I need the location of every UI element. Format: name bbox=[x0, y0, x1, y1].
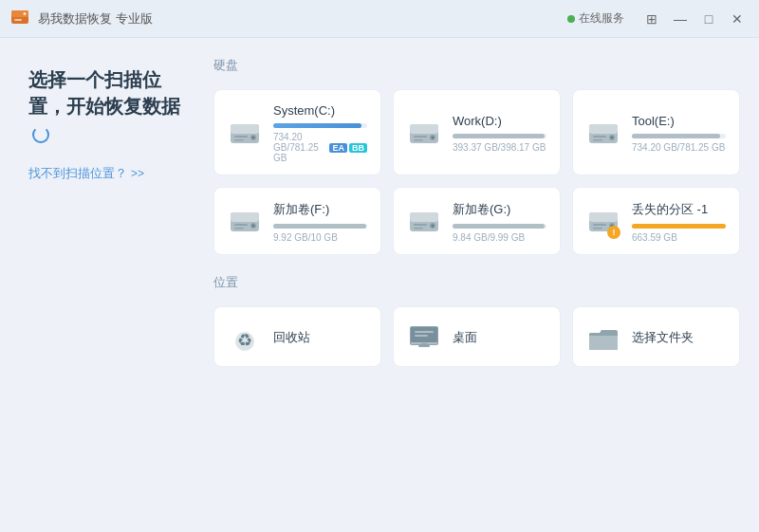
drive-name-lost: 丢失的分区 -1 bbox=[632, 201, 726, 218]
drive-info-f: 新加卷(F:) 9.92 GB/10 GB bbox=[273, 201, 367, 243]
drive-card-g[interactable]: 新加卷(G:) 9.84 GB/9.99 GB bbox=[393, 187, 561, 255]
svg-rect-32 bbox=[414, 224, 427, 226]
drive-bar-f bbox=[273, 224, 367, 229]
drive-card-e[interactable]: Tool(E:) 734.20 GB/781.25 GB bbox=[572, 89, 740, 175]
svg-rect-5 bbox=[231, 124, 259, 134]
drive-info-d: Work(D:) 393.37 GB/398.17 GB bbox=[453, 114, 546, 153]
svg-point-19 bbox=[611, 136, 614, 138]
maximize-button[interactable]: □ bbox=[696, 7, 721, 31]
svg-rect-9 bbox=[234, 139, 244, 141]
location-name-desktop: 桌面 bbox=[453, 329, 477, 346]
svg-point-31 bbox=[432, 225, 435, 228]
hdd-icon-d bbox=[407, 117, 441, 151]
right-panel: 硬盘 System(C:) bbox=[204, 38, 759, 532]
lost-warning-badge: ! bbox=[607, 226, 620, 239]
recycle-bin-icon: ♻ bbox=[228, 321, 262, 355]
svg-rect-38 bbox=[593, 224, 606, 226]
drive-bar-d bbox=[453, 134, 546, 138]
folder-icon bbox=[586, 321, 620, 355]
svg-rect-46 bbox=[415, 335, 428, 337]
drive-size-e: 734.20 GB/781.25 GB bbox=[632, 142, 726, 153]
location-name-recycle: 回收站 bbox=[273, 329, 310, 346]
grid-button[interactable]: ⊞ bbox=[639, 7, 664, 31]
drive-size-d: 393.37 GB/398.17 GB bbox=[453, 142, 546, 153]
hdd-icon-f bbox=[228, 205, 262, 239]
svg-rect-51 bbox=[589, 336, 618, 350]
drive-card-f[interactable]: 新加卷(F:) 9.92 GB/10 GB bbox=[213, 187, 381, 255]
location-card-recycle[interactable]: ♻ 回收站 bbox=[213, 306, 381, 367]
location-card-desktop[interactable]: 桌面 bbox=[393, 306, 561, 367]
svg-rect-48 bbox=[421, 343, 427, 346]
drive-bar-g bbox=[453, 224, 546, 229]
svg-rect-8 bbox=[234, 136, 248, 138]
svg-point-13 bbox=[432, 136, 435, 138]
drive-card-c[interactable]: System(C:) 734.20 GB/781.25 GB EA BB bbox=[213, 89, 381, 175]
title-bar: 易我数据恢复 专业版 在线服务 ⊞ — □ ✕ bbox=[0, 0, 759, 38]
desktop-icon bbox=[407, 321, 441, 355]
svg-rect-29 bbox=[410, 212, 438, 222]
svg-rect-11 bbox=[410, 124, 438, 134]
svg-rect-33 bbox=[414, 228, 423, 229]
svg-rect-15 bbox=[414, 139, 423, 141]
online-service-area: 在线服务 bbox=[567, 10, 624, 27]
drive-size-f: 9.92 GB/10 GB bbox=[273, 232, 367, 243]
left-panel: 选择一个扫描位置，开始恢复数据 找不到扫描位置？ >> bbox=[0, 38, 204, 532]
svg-rect-23 bbox=[231, 212, 259, 222]
online-service-label: 在线服务 bbox=[579, 10, 624, 27]
drive-info-e: Tool(E:) 734.20 GB/781.25 GB bbox=[632, 114, 726, 153]
drive-bar-c bbox=[273, 123, 367, 128]
find-location-link[interactable]: 找不到扫描位置？ >> bbox=[28, 165, 185, 182]
drive-card-d[interactable]: Work(D:) 393.37 GB/398.17 GB bbox=[393, 89, 561, 175]
disk-section-label: 硬盘 bbox=[213, 57, 740, 78]
drive-bar-lost bbox=[632, 224, 726, 229]
drive-name-c: System(C:) bbox=[273, 103, 367, 118]
drive-name-f: 新加卷(F:) bbox=[273, 201, 367, 218]
drive-fill-c bbox=[273, 123, 361, 128]
drive-size-c: 734.20 GB/781.25 GB EA BB bbox=[273, 132, 367, 163]
drive-info-lost: 丢失的分区 -1 663.59 GB bbox=[632, 201, 726, 243]
app-logo bbox=[9, 7, 30, 31]
drive-info-g: 新加卷(G:) 9.84 GB/9.99 GB bbox=[453, 201, 546, 243]
drive-name-d: Work(D:) bbox=[453, 114, 546, 128]
hdd-icon-g bbox=[407, 205, 441, 239]
hdd-icon-c bbox=[228, 117, 262, 151]
drive-badges-c: EA BB bbox=[329, 143, 367, 153]
close-button[interactable]: ✕ bbox=[725, 7, 750, 31]
svg-rect-27 bbox=[234, 228, 244, 229]
drive-size-g: 9.84 GB/9.99 GB bbox=[453, 232, 546, 243]
drive-info-c: System(C:) 734.20 GB/781.25 GB EA BB bbox=[273, 103, 367, 163]
drive-name-g: 新加卷(G:) bbox=[453, 201, 546, 218]
svg-text:♻: ♻ bbox=[237, 331, 252, 350]
drives-grid: System(C:) 734.20 GB/781.25 GB EA BB bbox=[213, 89, 740, 255]
drive-fill-g bbox=[453, 224, 545, 229]
drive-fill-lost bbox=[632, 224, 726, 229]
location-name-folder: 选择文件夹 bbox=[632, 329, 694, 346]
svg-point-2 bbox=[24, 12, 27, 15]
svg-rect-3 bbox=[14, 19, 22, 21]
drive-card-lost[interactable]: ! 丢失的分区 -1 663.59 GB bbox=[572, 187, 740, 255]
svg-point-7 bbox=[252, 136, 255, 138]
minimize-button[interactable]: — bbox=[668, 7, 693, 31]
svg-rect-45 bbox=[415, 331, 434, 333]
location-section-label: 位置 bbox=[213, 274, 740, 295]
main-content: 选择一个扫描位置，开始恢复数据 找不到扫描位置？ >> 硬盘 bbox=[0, 38, 759, 532]
svg-rect-39 bbox=[593, 228, 602, 229]
svg-rect-14 bbox=[414, 136, 427, 138]
drive-bar-e bbox=[632, 134, 726, 138]
main-heading: 选择一个扫描位置，开始恢复数据 bbox=[28, 66, 185, 146]
svg-point-25 bbox=[252, 225, 255, 228]
svg-rect-26 bbox=[234, 224, 248, 226]
drive-name-e: Tool(E:) bbox=[632, 114, 726, 128]
hdd-icon-e bbox=[586, 117, 620, 151]
drive-fill-e bbox=[632, 134, 720, 138]
drive-fill-d bbox=[453, 134, 545, 138]
svg-rect-21 bbox=[593, 139, 602, 141]
svg-rect-35 bbox=[589, 212, 618, 222]
location-card-folder[interactable]: 选择文件夹 bbox=[572, 306, 740, 367]
svg-rect-17 bbox=[589, 124, 618, 134]
location-grid: ♻ 回收站 bbox=[213, 306, 740, 367]
app-title: 易我数据恢复 专业版 bbox=[38, 10, 567, 28]
drive-fill-f bbox=[273, 224, 366, 229]
drive-size-lost: 663.59 GB bbox=[632, 232, 726, 243]
svg-rect-20 bbox=[593, 136, 606, 138]
